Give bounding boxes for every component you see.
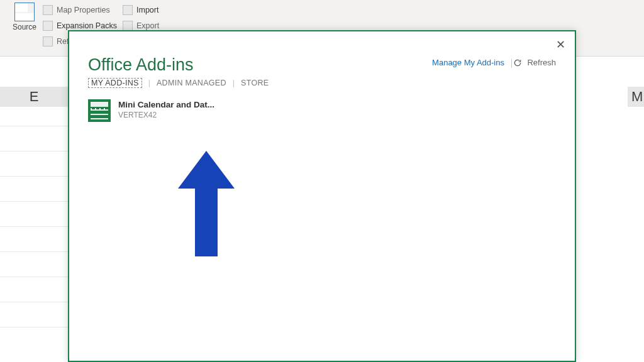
tab-separator: | xyxy=(148,79,150,87)
divider xyxy=(511,59,512,68)
gridline xyxy=(0,277,68,277)
refresh-data-button: Refr xyxy=(43,36,72,47)
refresh-button[interactable]: Refresh xyxy=(513,58,556,67)
addin-text: Mini Calendar and Dat... VERTEX42 xyxy=(118,99,214,120)
gridline xyxy=(0,176,68,177)
map-properties-button[interactable]: Map Properties xyxy=(43,5,110,15)
expansion-packs-icon xyxy=(43,21,53,31)
annotation-arrow-icon xyxy=(178,151,235,256)
close-button[interactable]: ✕ xyxy=(552,38,569,54)
gridline xyxy=(0,226,68,227)
gridline xyxy=(0,251,68,252)
tab-separator: | xyxy=(233,79,235,87)
refresh-icon xyxy=(513,58,522,67)
svg-marker-0 xyxy=(178,151,235,256)
gridline xyxy=(0,126,68,126)
import-label: Import xyxy=(136,6,158,14)
expansion-packs-label: Expansion Packs xyxy=(57,21,117,30)
tab-store[interactable]: STORE xyxy=(241,79,269,87)
source-button[interactable]: Source xyxy=(11,3,38,31)
source-label: Source xyxy=(11,23,38,31)
export-icon xyxy=(123,21,133,31)
gridline xyxy=(0,151,68,151)
column-header-e[interactable]: E xyxy=(0,87,68,107)
source-icon xyxy=(14,3,35,21)
tab-admin-managed[interactable]: ADMIN MANAGED xyxy=(157,79,226,87)
addin-name: Mini Calendar and Dat... xyxy=(118,99,214,111)
export-button: Export xyxy=(123,21,159,31)
tab-bar: MY ADD-INS | ADMIN MANAGED | STORE xyxy=(88,78,269,88)
export-label: Export xyxy=(136,21,159,30)
refresh-data-icon xyxy=(43,36,53,47)
import-icon xyxy=(123,5,133,15)
close-icon: ✕ xyxy=(556,38,565,51)
addin-publisher: VERTEX42 xyxy=(118,111,214,121)
manage-my-addins-link[interactable]: Manage My Add-ins xyxy=(432,58,504,67)
gridline xyxy=(0,201,68,202)
tab-my-addins[interactable]: MY ADD-INS xyxy=(88,78,142,88)
map-properties-label: Map Properties xyxy=(57,6,110,14)
calendar-icon xyxy=(88,99,111,122)
column-header-m[interactable]: M xyxy=(628,87,644,107)
map-properties-icon xyxy=(43,5,53,15)
import-button[interactable]: Import xyxy=(123,5,158,15)
office-addins-dialog: ✕ Office Add-ins MY ADD-INS | ADMIN MANA… xyxy=(68,30,576,362)
gridline xyxy=(0,302,68,302)
gridline xyxy=(0,327,68,327)
refresh-label: Refresh xyxy=(527,58,556,67)
expansion-packs-button[interactable]: Expansion Packs xyxy=(43,21,117,31)
dialog-title: Office Add-ins xyxy=(88,55,194,75)
addin-item[interactable]: Mini Calendar and Dat... VERTEX42 xyxy=(88,99,214,122)
